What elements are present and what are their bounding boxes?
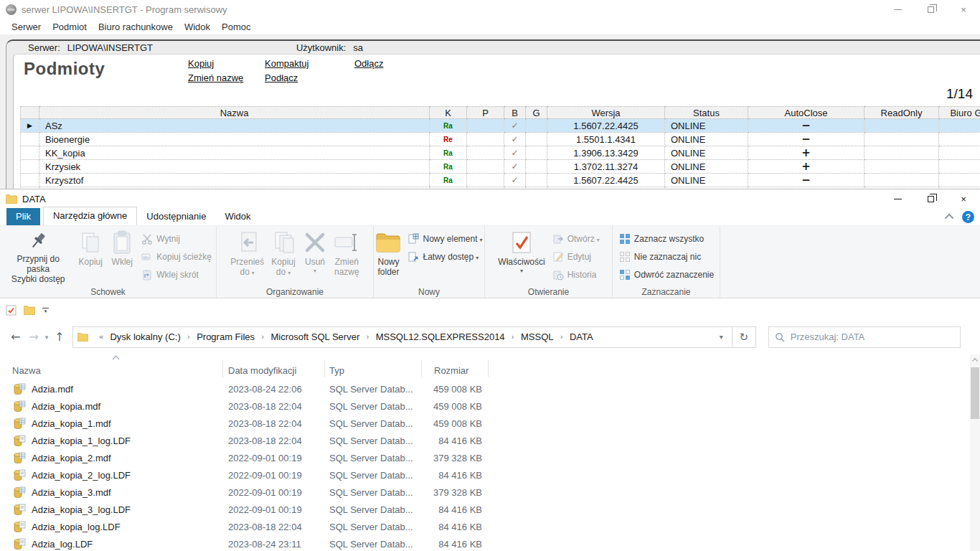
ribbon-group: Przypnij do paskaSzybki dostępKopiujWkle… (0, 226, 217, 298)
db-column-header[interactable]: P (467, 107, 504, 119)
tab-udostępnianie[interactable]: Udostępnianie (137, 208, 215, 225)
breadcrumb-item[interactable]: MSSQL (521, 331, 554, 342)
file-date: 2023-08-24 22:06 (228, 384, 302, 395)
list-column-header-data-modyfikacji[interactable]: Data modyfikacji (228, 365, 296, 376)
new-item-icon (407, 233, 420, 245)
list-column-header-typ[interactable]: Typ (329, 365, 344, 376)
breadcrumb-item[interactable]: Program Files (197, 331, 255, 342)
table-cell: ✓ (504, 146, 526, 160)
menu-item-3[interactable]: Biuro rachunkowe (93, 20, 179, 34)
ribbon-tab-strip: PlikNarzędzia główneUdostępnianieWidok (0, 208, 980, 226)
tab-plik[interactable]: Plik (6, 208, 40, 225)
pin-to-quick-access-button[interactable]: Przypnij do paskaSzybki dostęp (1, 228, 75, 286)
restore-button[interactable] (914, 189, 947, 208)
select-all-button[interactable]: Zaznacz wszystko (616, 230, 717, 248)
column-divider[interactable] (324, 360, 325, 377)
dropdown-caret-icon: ▾ (314, 268, 316, 274)
back-button back-arrow-icon[interactable]: ← (7, 330, 24, 344)
dropdown-caret-icon: ▾ (476, 255, 479, 261)
column-divider[interactable] (421, 360, 422, 377)
invert-selection-button[interactable]: Odwróć zaznaczenie (616, 265, 717, 283)
breadcrumb-item[interactable]: Dysk lokalny (C:) (110, 331, 180, 342)
select-all-icon (618, 233, 631, 245)
scroll-up-icon[interactable] (970, 354, 980, 366)
close-button[interactable]: × (947, 0, 980, 19)
breadcrumb-overflow-icon[interactable]: « (93, 332, 110, 342)
minimize-button[interactable] (881, 0, 914, 19)
menu-item-2[interactable]: Podmiot (47, 20, 93, 34)
action-link[interactable]: Podłącz (265, 72, 354, 83)
table-row[interactable]: KK_kopiaRa✓1.3906.13.3429ONLINE+ (21, 146, 980, 160)
address-bar[interactable]: «Dysk lokalny (C:)›Program Files›Microso… (72, 326, 732, 348)
menu-item-4[interactable]: Widok (179, 20, 216, 34)
file-row[interactable]: Adzia_kopia.mdf2023-08-18 22:04SQL Serve… (0, 397, 970, 415)
database-file-icon (14, 383, 26, 395)
rename-icon (334, 230, 359, 255)
db-column-header[interactable]: Wersja (547, 107, 665, 119)
breadcrumb-item[interactable]: Microsoft SQL Server (270, 331, 359, 342)
search-box[interactable] (768, 326, 961, 348)
action-link[interactable]: Kopiuj (188, 58, 265, 69)
file-row[interactable]: Adzia_kopia_2.mdf2022-09-01 00:19SQL Ser… (0, 449, 970, 466)
restore-button[interactable] (914, 0, 947, 19)
new-item-button[interactable]: Nowy element▾ (404, 230, 485, 248)
file-row[interactable]: Adzia.mdf2023-08-24 22:06SQL Server Data… (0, 380, 970, 397)
file-row[interactable]: Adzia_kopia_1_log.LDF2023-08-18 22:04SQL… (0, 432, 970, 449)
db-column-header[interactable]: Status (665, 107, 748, 119)
file-row[interactable]: Adzia_kopia_1.mdf2023-08-18 22:04SQL Ser… (0, 415, 970, 432)
customize-toolbar-icon[interactable]: ▾ (42, 308, 49, 314)
table-row[interactable]: KrzysztofRa✓1.5607.22.4425ONLINE− (21, 174, 980, 187)
table-row[interactable]: KrzysiekRa✓1.3702.11.3274ONLINE+ (21, 160, 980, 174)
new-folder-button[interactable]: Nowyfolder (372, 228, 404, 286)
help-icon[interactable]: ? (962, 211, 974, 223)
file-row[interactable]: Adzia_kopia_2_log.LDF2022-09-01 00:19SQL… (0, 466, 970, 484)
recent-locations-icon[interactable]: ▾ (44, 334, 50, 341)
file-row[interactable]: Adzia_log.LDF2023-08-24 23:11SQL Server … (0, 535, 970, 551)
db-column-header[interactable]: K (430, 107, 467, 119)
db-column-header[interactable]: G (526, 107, 547, 119)
db-column-header[interactable]: AutoClose (748, 107, 864, 119)
action-link[interactable]: Zmień nazwę (188, 72, 265, 83)
db-column-header[interactable]: Nazwa (39, 107, 430, 119)
copy-button: Kopiuj (75, 228, 106, 286)
menu-item-1[interactable]: Serwer (6, 20, 47, 34)
forward-button forward-arrow-icon[interactable]: → (25, 330, 42, 344)
file-row[interactable]: Adzia_kopia_3.mdf2022-09-01 00:19SQL Ser… (0, 484, 970, 501)
tab-narzędzia-główne[interactable]: Narzędzia główne (43, 207, 137, 225)
select-none-button[interactable]: Nie zaznaczaj nic (616, 248, 717, 265)
search-icon (775, 332, 785, 342)
db-column-header[interactable]: B (504, 107, 526, 119)
table-row[interactable]: ▶ASzRa✓1.5607.22.4425ONLINE− (21, 119, 980, 133)
properties-quick-icon[interactable] (6, 305, 17, 316)
column-divider[interactable] (222, 360, 223, 377)
list-column-header-nazwa[interactable]: Nazwa (12, 365, 41, 376)
search-input[interactable] (791, 331, 954, 342)
tab-widok[interactable]: Widok (215, 208, 260, 225)
db-column-header[interactable]: ReadOnly (864, 107, 939, 119)
list-column-header-rozmiar[interactable]: Rozmiar (434, 365, 468, 376)
db-column-header[interactable]: Biuro G (939, 107, 980, 119)
scrollbar-thumb[interactable] (971, 367, 979, 419)
file-row[interactable]: Adzia_kopia_3_log.LDF2022-09-01 00:19SQL… (0, 501, 970, 518)
breadcrumb-item[interactable]: MSSQL12.SQLEXPRESS2014 (376, 331, 505, 342)
breadcrumb-item[interactable]: DATA (570, 331, 593, 342)
refresh-button refresh-icon[interactable]: ↻ (732, 326, 756, 348)
minimize-button[interactable] (881, 189, 914, 208)
close-button[interactable]: × (947, 189, 980, 208)
easy-access-button[interactable]: Łatwy dostęp▾ (404, 248, 485, 265)
file-date: 2022-09-01 00:19 (228, 487, 302, 498)
new-folder-icon (376, 230, 400, 255)
vertical-scrollbar[interactable] (970, 354, 980, 551)
table-row[interactable]: BioenergieRe✓1.5501.1.4341ONLINE− (21, 133, 980, 146)
menu-item-5[interactable]: Pomoc (216, 20, 256, 34)
table-cell (864, 119, 939, 133)
new-folder-quick-icon[interactable] (24, 306, 35, 315)
column-divider[interactable] (488, 360, 489, 377)
address-dropdown-icon[interactable]: ▾ (714, 333, 729, 341)
up-button up-arrow-icon[interactable]: ↑ (51, 330, 67, 344)
properties-button[interactable]: Właściwości▾ (494, 228, 548, 286)
action-link[interactable]: Kompaktuj (265, 58, 354, 69)
action-link[interactable]: Odłącz (354, 58, 383, 69)
ribbon-button-label: Przenieśdo▾ (230, 257, 264, 278)
file-row[interactable]: Adzia_kopia_log.LDF2023-08-18 22:04SQL S… (0, 518, 970, 535)
